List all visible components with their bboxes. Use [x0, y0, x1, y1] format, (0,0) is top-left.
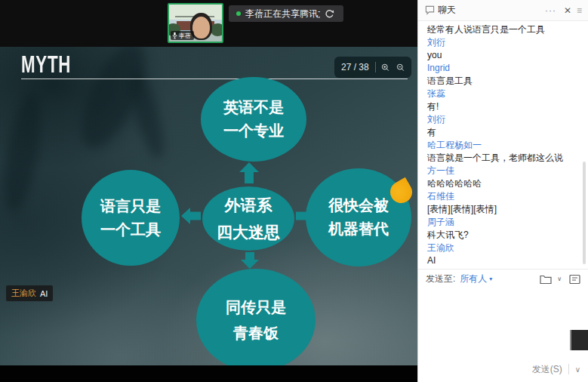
screenshot-icon[interactable] [569, 274, 580, 285]
screen-share-stage: 李蓓 李蓓正在共享腾讯文档 MYTH 27 / 38 [0, 0, 417, 382]
slide-title: MYTH [21, 51, 71, 79]
presenter-face [192, 17, 210, 39]
page-indicator: 27 / 38 [341, 62, 369, 72]
arrow-down [241, 252, 259, 269]
title-underline [21, 79, 408, 79]
bubble-text-line: 英语不是 [223, 96, 284, 119]
chat-title: 聊天 [438, 4, 456, 17]
participant-name-badge: 李蓓 [171, 31, 194, 40]
bubble-text-line: 四大迷思 [217, 219, 280, 246]
send-options-caret[interactable]: ∨ [575, 365, 580, 374]
chat-line: [表情][表情][表情] [418, 203, 582, 216]
chat-line: you [418, 49, 582, 62]
arrow-left [181, 208, 201, 224]
shared-slide: MYTH 27 / 38 [0, 47, 417, 365]
chat-line: 哈哈哈哈哈哈 [418, 177, 582, 190]
chat-line: 科大讯飞? [418, 229, 582, 242]
chat-line: 石维佳 [418, 190, 582, 203]
meeting-window: 李蓓 李蓓正在共享腾讯文档 MYTH 27 / 38 [0, 0, 588, 382]
background-trees [211, 23, 223, 36]
chat-line: AI [418, 254, 582, 267]
message-input[interactable] [418, 289, 588, 359]
chat-line: 王渝欣 [418, 242, 582, 254]
bottom-letterbox [0, 365, 417, 382]
caret-down-icon: ▾ [489, 276, 492, 282]
slide-photo-backdrop [0, 91, 48, 215]
bubble-text-line: 青春饭 [233, 320, 279, 346]
chat-line: 有! [418, 100, 582, 113]
bubble-text-line: 同传只是 [226, 294, 286, 320]
send-to-value: 所有人 [460, 273, 487, 285]
sharing-indicator-dot [236, 11, 241, 16]
chat-line: 经常有人说语言只是一个工具 [418, 23, 582, 36]
chat-scrollbar[interactable] [583, 162, 586, 264]
chat-line: 语言就是一个工具，老师都这么说 [418, 152, 582, 165]
refresh-icon [325, 9, 334, 19]
more-options-button[interactable]: ··· [541, 5, 560, 16]
chat-message-list: 经常有人说语言只是一个工具刘衍youIngrid语言是工具张蕊有!刘衍有哈工程杨… [418, 21, 582, 271]
send-button[interactable]: 发送(S) [532, 363, 562, 376]
bubble-text-line: 很快会被 [328, 194, 389, 217]
bubble-text-line: 机器替代 [328, 217, 389, 241]
overlay-window-fragment [570, 330, 588, 350]
close-chat-button[interactable]: ✕ [560, 5, 575, 16]
overlay-text: AI [40, 289, 48, 298]
onscreen-chat-overlay: 王渝欣 AI [6, 285, 53, 301]
chat-icon [425, 5, 435, 15]
zoom-in-icon[interactable] [381, 61, 389, 74]
bubble-text-line: 一个工具 [100, 218, 161, 242]
chat-line: 语言是工具 [418, 75, 582, 88]
send-to-selector[interactable]: 所有人 ▾ [460, 273, 492, 285]
chat-line: 周子涵 [418, 216, 582, 229]
divider [375, 62, 376, 72]
refresh-button[interactable] [320, 5, 339, 22]
arrow-up [239, 162, 259, 183]
chat-line: 有 [418, 126, 582, 139]
send-row: 发送(S) ∨ [532, 361, 580, 377]
overlay-sender: 王渝欣 [11, 288, 36, 299]
chat-line: 方一佳 [418, 165, 582, 177]
microphone-icon [172, 32, 177, 39]
bubble-text-line: 外语系 [225, 192, 272, 219]
send-to-label: 发送至: [426, 273, 455, 285]
slide-photo-backdrop [125, 68, 170, 162]
meeting-top-bar: 李蓓 李蓓正在共享腾讯文档 [0, 0, 417, 47]
file-options-caret-icon[interactable]: ∨ [557, 276, 562, 282]
bubble-text-line: 一个专业 [223, 119, 284, 143]
chat-panel: 聊天 ··· ✕ ≡ 经常有人说语言只是一个工具刘衍youIngrid语言是工具… [417, 0, 588, 382]
presenter-video-thumbnail[interactable]: 李蓓 [168, 3, 223, 43]
page-controls: 27 / 38 [334, 57, 411, 78]
send-file-icon[interactable] [540, 274, 552, 285]
chat-line: Ingrid [418, 62, 582, 75]
zoom-out-icon[interactable] [396, 61, 405, 74]
chat-header: 聊天 ··· ✕ ≡ [418, 0, 588, 21]
panel-handle-icon[interactable]: ≡ [575, 5, 583, 16]
myth-center-ellipse: 外语系 四大迷思 [202, 186, 294, 251]
chat-line: 刘衍 [418, 36, 582, 49]
myth-bubble-top: 英语不是 一个专业 [201, 77, 306, 162]
bubble-text-line: 语言只是 [100, 195, 161, 218]
chat-line: 哈工程杨如一 [418, 139, 582, 152]
send-to-row: 发送至: 所有人 ▾ ∨ [418, 269, 588, 288]
myth-bubble-bottom: 同传只是 青春饭 [196, 269, 316, 365]
divider [568, 364, 569, 374]
participant-name: 李蓓 [179, 32, 191, 39]
myth-bubble-left: 语言只是 一个工具 [82, 170, 180, 266]
chat-line: 刘衍 [418, 113, 582, 126]
chat-line: 张蕊 [418, 88, 582, 100]
